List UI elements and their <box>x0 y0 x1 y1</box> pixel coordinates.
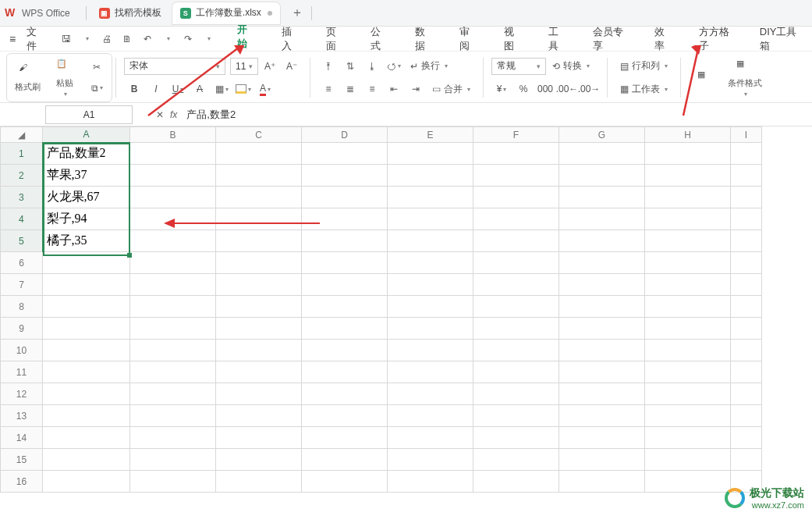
row-header[interactable]: 11 <box>1 361 43 383</box>
menu-page[interactable]: 页面 <box>312 25 356 53</box>
cell[interactable] <box>731 318 762 340</box>
cell[interactable] <box>130 143 216 165</box>
cell[interactable] <box>302 340 388 361</box>
cell[interactable] <box>130 187 216 208</box>
cell[interactable] <box>645 187 731 208</box>
col-header-C[interactable]: C <box>216 127 302 143</box>
number-format-combo[interactable]: 常规▾ <box>491 58 546 75</box>
cell[interactable] <box>559 208 645 230</box>
row-header[interactable]: 12 <box>1 383 43 405</box>
cell[interactable] <box>388 405 473 427</box>
cell[interactable] <box>388 208 473 230</box>
cell[interactable] <box>559 230 645 252</box>
decrease-font-icon[interactable]: A⁻ <box>282 58 302 75</box>
row-header[interactable]: 8 <box>1 296 43 318</box>
cancel-formula-icon[interactable]: ✕ <box>156 109 164 120</box>
col-header-G[interactable]: G <box>559 127 645 143</box>
cell[interactable] <box>302 449 388 471</box>
cell[interactable] <box>216 143 302 165</box>
cell[interactable] <box>302 383 388 405</box>
cell[interactable] <box>559 296 645 318</box>
cell[interactable] <box>559 143 645 165</box>
cell[interactable] <box>130 230 216 252</box>
fill-color-button[interactable] <box>233 80 254 98</box>
cell[interactable] <box>731 340 762 361</box>
cell-A3[interactable]: 火龙果,67 <box>43 187 130 208</box>
cell[interactable] <box>43 471 130 493</box>
tab-template[interactable]: ▣ 找稻壳模板 <box>91 2 169 24</box>
cell[interactable] <box>559 340 645 361</box>
undo-icon[interactable]: ↶ <box>139 30 156 48</box>
cell[interactable] <box>473 296 559 318</box>
cell[interactable] <box>731 252 762 274</box>
cell[interactable] <box>216 405 302 427</box>
row-header[interactable]: 14 <box>1 427 43 449</box>
cell[interactable] <box>473 471 559 493</box>
cell[interactable] <box>388 383 473 405</box>
cell[interactable] <box>388 296 473 318</box>
strikethrough-button[interactable]: A <box>190 80 210 98</box>
cell[interactable] <box>731 274 762 296</box>
cell[interactable] <box>43 427 130 449</box>
row-header[interactable]: 2 <box>1 165 43 187</box>
cell[interactable] <box>388 143 473 165</box>
select-all-corner[interactable]: ◢ <box>1 127 43 143</box>
cell[interactable] <box>216 187 302 208</box>
underline-button[interactable]: U <box>168 80 188 98</box>
cell[interactable] <box>473 383 559 405</box>
menu-ffgz[interactable]: 方方格子 <box>685 25 746 53</box>
cell[interactable] <box>302 471 388 493</box>
cell[interactable] <box>731 143 762 165</box>
cell[interactable] <box>216 383 302 405</box>
cell[interactable] <box>43 252 130 274</box>
cell[interactable] <box>473 187 559 208</box>
cell[interactable] <box>43 340 130 361</box>
transpose-button[interactable]: ⟲ 转换 <box>548 58 594 75</box>
row-header[interactable]: 6 <box>1 252 43 274</box>
align-middle-icon[interactable]: ⇅ <box>340 58 360 75</box>
wrap-button[interactable]: ↵ 换行 <box>406 58 452 75</box>
row-header[interactable]: 15 <box>1 449 43 471</box>
menu-diy[interactable]: DIY工具箱 <box>746 25 812 53</box>
cell[interactable] <box>645 208 731 230</box>
indent-increase-icon[interactable]: ⇥ <box>406 80 426 98</box>
cell[interactable] <box>302 143 388 165</box>
cell[interactable] <box>130 318 216 340</box>
cell[interactable] <box>559 274 645 296</box>
cell[interactable] <box>473 252 559 274</box>
cell[interactable] <box>559 187 645 208</box>
cell[interactable] <box>43 296 130 318</box>
cell[interactable] <box>43 361 130 383</box>
cell[interactable] <box>302 165 388 187</box>
print-icon[interactable]: 🖨 <box>98 30 115 48</box>
cell[interactable] <box>559 449 645 471</box>
cell[interactable] <box>473 405 559 427</box>
worksheet-button[interactable]: ▦ 工作表 <box>615 80 672 98</box>
align-top-icon[interactable]: ⭱ <box>318 58 339 75</box>
cell[interactable] <box>559 165 645 187</box>
cell[interactable] <box>130 340 216 361</box>
cell[interactable] <box>731 296 762 318</box>
cell[interactable] <box>216 274 302 296</box>
cut-icon[interactable]: ✂ <box>87 59 107 76</box>
cell[interactable] <box>43 449 130 471</box>
cell[interactable] <box>216 165 302 187</box>
cell[interactable] <box>559 252 645 274</box>
cell[interactable] <box>130 471 216 493</box>
row-header[interactable]: 1 <box>1 143 43 165</box>
cell[interactable] <box>130 252 216 274</box>
cell[interactable] <box>388 471 473 493</box>
cell[interactable] <box>473 165 559 187</box>
cell[interactable] <box>731 165 762 187</box>
cell[interactable] <box>216 471 302 493</box>
cell[interactable] <box>216 296 302 318</box>
menu-review[interactable]: 审阅 <box>445 25 490 53</box>
cell[interactable] <box>302 296 388 318</box>
cell[interactable] <box>388 427 473 449</box>
cell[interactable] <box>645 340 731 361</box>
cell[interactable] <box>473 143 559 165</box>
cell[interactable] <box>473 230 559 252</box>
decrease-decimal-icon[interactable]: .00← <box>557 80 577 98</box>
cell[interactable] <box>473 318 559 340</box>
cell[interactable] <box>388 165 473 187</box>
